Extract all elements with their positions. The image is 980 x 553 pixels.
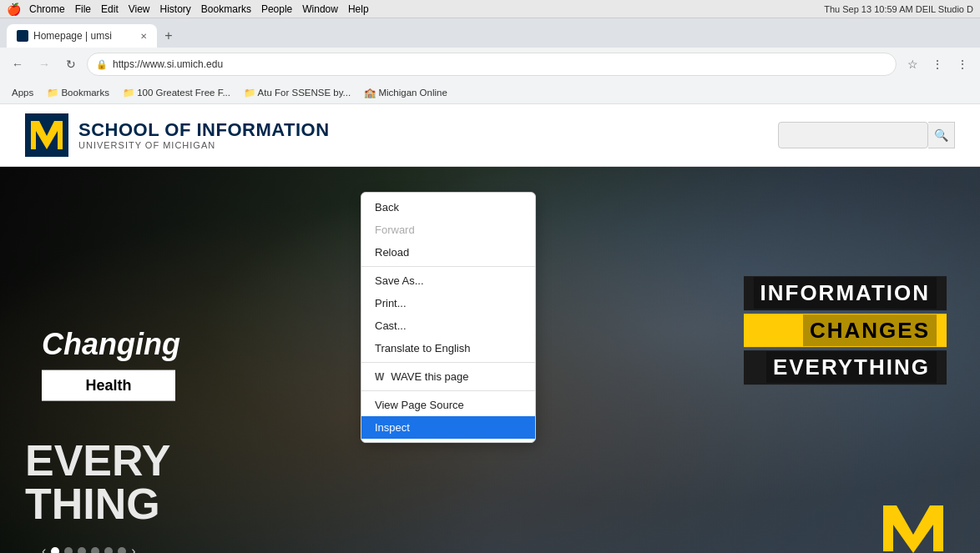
slider-dot-4[interactable] bbox=[91, 547, 99, 553]
ctx-separator-3 bbox=[361, 390, 535, 391]
ctx-inspect-label: Inspect bbox=[375, 421, 410, 434]
slider-prev-button[interactable]: ‹ bbox=[42, 544, 46, 553]
bookmark-label: 📁 Bookmarks bbox=[47, 87, 109, 98]
menu-bookmarks[interactable]: Bookmarks bbox=[201, 3, 251, 15]
bookmark-atu[interactable]: 📁 Atu For SSENSE by... bbox=[239, 85, 356, 100]
menu-view[interactable]: View bbox=[129, 3, 150, 15]
ctx-view-source-label: View Page Source bbox=[375, 399, 464, 411]
menu-help[interactable]: Help bbox=[348, 3, 369, 15]
url-display: https://www.si.umich.edu bbox=[113, 58, 887, 70]
hero-overlay-right: INFORMATION CHANGES EVERYTHING bbox=[744, 276, 947, 385]
ctx-print[interactable]: Print... bbox=[361, 292, 535, 314]
ctx-forward-label: Forward bbox=[375, 224, 415, 236]
info-changes-line1: INFORMATION bbox=[754, 277, 937, 309]
ctx-print-label: Print... bbox=[375, 297, 407, 309]
bookmarks-bar: Apps 📁 Bookmarks 📁 100 Greatest Free F..… bbox=[0, 81, 980, 104]
hero-overlay-left: Changing Health bbox=[42, 327, 180, 401]
tab-title: Homepage | umsi bbox=[33, 30, 132, 42]
school-name-main: SCHOOL OF INFORMATION bbox=[78, 120, 330, 140]
forward-button[interactable]: → bbox=[33, 53, 55, 75]
ctx-translate-label: Translate to English bbox=[375, 342, 470, 354]
system-tray: Thu Sep 13 10:59 AM DEIL Studio D bbox=[824, 4, 973, 14]
menu-window[interactable]: Window bbox=[302, 3, 338, 15]
ctx-back[interactable]: Back bbox=[361, 196, 535, 219]
hero-changing-text: Changing bbox=[42, 327, 180, 362]
slider-dot-3[interactable] bbox=[78, 547, 86, 553]
tab-favicon bbox=[17, 30, 28, 42]
reload-button[interactable]: ↻ bbox=[60, 53, 82, 75]
chrome-menu-button[interactable]: ⋮ bbox=[952, 53, 973, 75]
hero-health-button[interactable]: Health bbox=[42, 370, 175, 401]
bookmark-bookmarks[interactable]: 📁 Bookmarks bbox=[42, 85, 114, 100]
slider-dot-2[interactable] bbox=[64, 547, 73, 553]
ctx-reload-label: Reload bbox=[375, 246, 409, 259]
ctx-cast[interactable]: Cast... bbox=[361, 314, 535, 337]
ctx-reload[interactable]: Reload bbox=[361, 241, 535, 264]
school-name-sub: UNIVERSITY OF MICHIGAN bbox=[78, 140, 330, 150]
nav-bar: ← → ↻ 🔒 https://www.si.umich.edu ☆ ⋮ ⋮ bbox=[0, 48, 980, 81]
ctx-separator-1 bbox=[361, 266, 535, 267]
umich-logo: SCHOOL OF INFORMATION UNIVERSITY OF MICH… bbox=[25, 113, 330, 157]
m-logo-svg bbox=[29, 118, 64, 153]
ctx-translate[interactable]: Translate to English bbox=[361, 337, 535, 359]
ctx-wave[interactable]: W WAVE this page bbox=[361, 365, 535, 388]
bookmark-michigan-online[interactable]: 🏫 Michigan Online bbox=[359, 85, 452, 100]
ctx-forward[interactable]: Forward bbox=[361, 219, 535, 241]
mac-menubar: 🍎 Chrome File Edit View History Bookmark… bbox=[0, 0, 980, 18]
svg-marker-1 bbox=[883, 505, 943, 553]
info-changes-line2: CHANGES bbox=[803, 314, 937, 346]
tab-bar: Homepage | umsi ✕ + bbox=[0, 18, 980, 48]
close-tab-button[interactable]: ✕ bbox=[140, 32, 147, 41]
bookmark-apps-label: Apps bbox=[12, 88, 33, 98]
search-input-box[interactable] bbox=[778, 122, 928, 148]
ctx-save-as[interactable]: Save As... bbox=[361, 269, 535, 292]
slider-next-button[interactable]: › bbox=[131, 544, 135, 553]
bookmark-atu-label: 📁 Atu For SSENSE by... bbox=[244, 87, 351, 98]
ctx-view-source[interactable]: View Page Source bbox=[361, 394, 535, 416]
slider-controls: ‹ › bbox=[42, 544, 136, 553]
ctx-save-as-label: Save As... bbox=[375, 274, 424, 287]
svg-marker-0 bbox=[31, 121, 63, 149]
slider-dot-6[interactable] bbox=[118, 547, 126, 553]
extensions-button[interactable]: ⋮ bbox=[927, 53, 948, 75]
apple-menu[interactable]: 🍎 bbox=[7, 3, 21, 16]
um-watermark bbox=[880, 501, 947, 553]
m-block-logo bbox=[25, 113, 68, 157]
header-search: 🔍 bbox=[778, 122, 955, 148]
bg-every-thing-text: EVERY THING bbox=[25, 439, 170, 525]
menu-chrome[interactable]: Chrome bbox=[29, 3, 65, 15]
ssl-lock-icon: 🔒 bbox=[96, 59, 108, 70]
menu-history[interactable]: History bbox=[160, 3, 191, 15]
page-content: SCHOOL OF INFORMATION UNIVERSITY OF MICH… bbox=[0, 104, 980, 553]
bookmark-100greatest[interactable]: 📁 100 Greatest Free F... bbox=[118, 85, 235, 100]
wave-icon: W bbox=[375, 371, 384, 383]
ctx-cast-label: Cast... bbox=[375, 319, 407, 332]
active-tab[interactable]: Homepage | umsi ✕ bbox=[7, 24, 157, 48]
system-status: Thu Sep 13 10:59 AM DEIL Studio D bbox=[824, 4, 973, 14]
ctx-separator-2 bbox=[361, 362, 535, 363]
bookmark-michigan-label: 🏫 Michigan Online bbox=[364, 87, 447, 98]
info-changes-line3: EVERYTHING bbox=[766, 351, 937, 383]
menu-people[interactable]: People bbox=[261, 3, 292, 15]
search-submit-button[interactable]: 🔍 bbox=[928, 122, 955, 148]
bookmark-100greatest-label: 📁 100 Greatest Free F... bbox=[123, 87, 230, 98]
bookmark-star-button[interactable]: ☆ bbox=[902, 53, 923, 75]
menu-items: Chrome File Edit View History Bookmarks … bbox=[29, 3, 369, 15]
chrome-window: Homepage | umsi ✕ + ← → ↻ 🔒 https://www.… bbox=[0, 18, 980, 553]
context-menu: Back Forward Reload Save As... Print... … bbox=[361, 192, 536, 443]
back-button[interactable]: ← bbox=[7, 53, 28, 75]
slider-dot-5[interactable] bbox=[104, 547, 113, 553]
ctx-wave-label: WAVE this page bbox=[391, 370, 468, 383]
menu-edit[interactable]: Edit bbox=[101, 3, 119, 15]
um-watermark-svg bbox=[880, 501, 947, 553]
ctx-back-label: Back bbox=[375, 201, 399, 214]
slider-dot-1[interactable] bbox=[51, 547, 59, 553]
ctx-inspect[interactable]: Inspect bbox=[361, 416, 535, 439]
menu-file[interactable]: File bbox=[75, 3, 91, 15]
nav-right-icons: ☆ ⋮ ⋮ bbox=[902, 53, 973, 75]
bookmark-apps[interactable]: Apps bbox=[7, 86, 38, 99]
school-name-block: SCHOOL OF INFORMATION UNIVERSITY OF MICH… bbox=[78, 120, 330, 150]
site-header: SCHOOL OF INFORMATION UNIVERSITY OF MICH… bbox=[0, 104, 980, 167]
address-bar[interactable]: 🔒 https://www.si.umich.edu bbox=[87, 53, 897, 76]
new-tab-button[interactable]: + bbox=[157, 24, 180, 48]
